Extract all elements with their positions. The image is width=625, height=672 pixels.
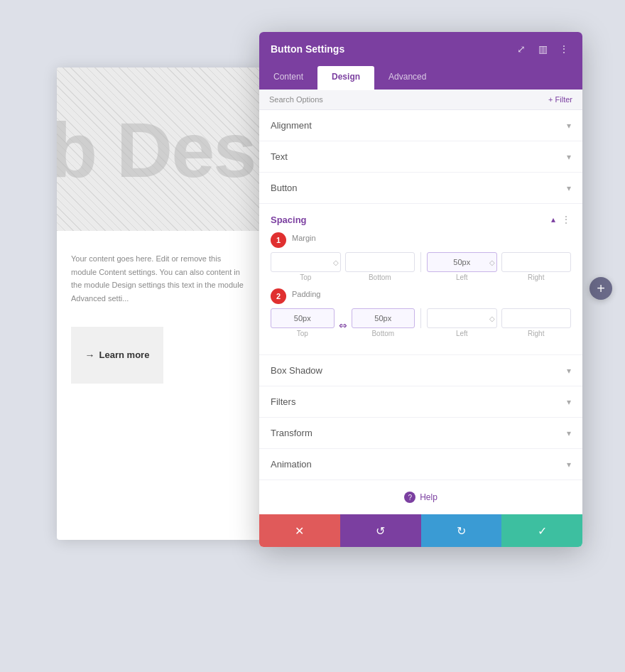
- padding-bottom-input[interactable]: [352, 308, 415, 328]
- margin-left-label: Left: [456, 273, 468, 281]
- spacing-chevron-up: ▴: [551, 215, 555, 224]
- margin-divider: [420, 252, 421, 272]
- button-label: Button: [271, 183, 298, 193]
- tab-content[interactable]: Content: [259, 66, 317, 90]
- content-area: Your content goes here. Edit or remove t…: [57, 231, 263, 398]
- section-animation[interactable]: Animation ▾: [259, 449, 582, 480]
- padding-top-col: Top: [271, 308, 335, 337]
- redo-button[interactable]: ↻: [421, 514, 502, 547]
- help-icon: ?: [404, 492, 415, 503]
- button-preview-box: → Learn more: [71, 327, 163, 384]
- header-icons: ⤢ ▥ ⋮: [514, 42, 571, 56]
- margin-label: Margin: [292, 234, 316, 242]
- spacing-label: Spacing: [271, 215, 307, 225]
- box-shadow-chevron: ▾: [567, 366, 571, 376]
- alignment-label: Alignment: [271, 120, 312, 131]
- padding-right-col: Right: [501, 308, 572, 337]
- alignment-chevron: ▾: [567, 121, 571, 131]
- section-alignment[interactable]: Alignment ▾: [259, 110, 582, 141]
- margin-right-label: Right: [528, 273, 544, 281]
- padding-right-label: Right: [528, 330, 544, 337]
- step-badge-1: 1: [271, 232, 286, 248]
- add-element-button[interactable]: +: [589, 277, 612, 300]
- animation-label: Animation: [271, 459, 312, 470]
- redo-icon: ↻: [457, 524, 466, 538]
- search-bar: Search Options + Filter: [259, 90, 582, 110]
- filters-chevron: ▾: [567, 397, 571, 407]
- button-label-text: Learn more: [99, 349, 150, 360]
- box-shadow-label: Box Shadow: [271, 365, 322, 376]
- padding-bottom-col: Bottom: [352, 308, 415, 337]
- margin-left-input[interactable]: [427, 252, 497, 272]
- padding-left-col: ◇ Left: [427, 308, 497, 337]
- tab-advanced[interactable]: Advanced: [374, 66, 440, 90]
- tab-design[interactable]: Design: [317, 66, 374, 90]
- padding-top-input[interactable]: [271, 308, 335, 328]
- padding-right-input[interactable]: [501, 308, 572, 328]
- padding-right-pair: ◇ Left Right: [427, 308, 571, 337]
- learn-more-button[interactable]: → Learn more: [85, 349, 150, 361]
- page-preview-card: b Des Your content goes here. Edit or re…: [57, 67, 263, 540]
- link-icon[interactable]: ⇔: [339, 308, 347, 337]
- more-options-icon[interactable]: ⋮: [557, 42, 571, 56]
- undo-button[interactable]: ↺: [340, 514, 421, 547]
- settings-panel: Button Settings ⤢ ▥ ⋮ Content Design Adv…: [259, 32, 582, 547]
- margin-left-col: ◇ Left: [427, 252, 497, 281]
- text-chevron: ▾: [567, 152, 571, 162]
- margin-right-pair: ◇ Left Right: [427, 252, 571, 281]
- help-row: ? Help: [259, 480, 582, 514]
- animation-chevron: ▾: [567, 460, 571, 470]
- section-text[interactable]: Text ▾: [259, 141, 582, 173]
- padding-bottom-label: Bottom: [371, 330, 394, 337]
- section-filters[interactable]: Filters ▾: [259, 386, 582, 418]
- spacing-header-left: Spacing: [271, 215, 307, 225]
- padding-left-pair: Top ⇔ Bottom: [271, 308, 415, 337]
- panel-title: Button Settings: [271, 43, 344, 55]
- responsive-icon-top: ◇: [333, 259, 339, 266]
- hero-area: b Des: [57, 67, 263, 231]
- panel-header: Button Settings ⤢ ▥ ⋮: [259, 32, 582, 66]
- spacing-header[interactable]: Spacing ▴ ⋮: [259, 204, 582, 232]
- padding-group: 2 Padding Top ⇔: [271, 288, 571, 337]
- fullscreen-icon[interactable]: ⤢: [514, 42, 528, 56]
- help-label[interactable]: Help: [420, 492, 438, 502]
- margin-left-pair: ◇ Top Bottom: [271, 252, 415, 281]
- content-paragraph: Your content goes here. Edit or remove t…: [71, 252, 249, 305]
- margin-bottom-col: Bottom: [345, 252, 415, 281]
- text-label: Text: [271, 151, 288, 162]
- spacing-section: Spacing ▴ ⋮ 1 Margin: [259, 204, 582, 355]
- columns-icon[interactable]: ▥: [536, 42, 550, 56]
- section-transform[interactable]: Transform ▾: [259, 418, 582, 449]
- section-box-shadow[interactable]: Box Shadow ▾: [259, 355, 582, 386]
- action-bar: ✕ ↺ ↻ ✓: [259, 514, 582, 547]
- margin-top-label: Top: [300, 273, 311, 281]
- margin-top-col: ◇ Top: [271, 252, 341, 281]
- transform-label: Transform: [271, 428, 312, 438]
- spacing-more-icon[interactable]: ⋮: [561, 214, 571, 225]
- filters-label: Filters: [271, 396, 295, 407]
- button-preview-wrap: → Learn more: [71, 327, 249, 384]
- spacing-controls: 1 Margin ◇ Top: [259, 232, 582, 354]
- cancel-icon: ✕: [295, 524, 304, 538]
- margin-fields: ◇ Top Bottom: [271, 252, 571, 281]
- padding-left-input[interactable]: [427, 308, 497, 328]
- search-options-label[interactable]: Search Options: [269, 95, 323, 104]
- margin-right-input[interactable]: [501, 252, 572, 272]
- filter-button[interactable]: + Filter: [548, 95, 572, 104]
- padding-fields: Top ⇔ Bottom: [271, 308, 571, 337]
- transform-chevron: ▾: [567, 428, 571, 438]
- save-icon: ✓: [538, 524, 547, 538]
- padding-divider: [420, 308, 421, 328]
- padding-left-label: Left: [456, 330, 468, 337]
- plus-icon: +: [597, 281, 605, 297]
- padding-top-label: Top: [297, 330, 308, 337]
- cancel-button[interactable]: ✕: [259, 514, 340, 547]
- margin-bottom-input[interactable]: [345, 252, 415, 272]
- arrow-icon: →: [85, 349, 95, 361]
- step-badge-2: 2: [271, 288, 286, 304]
- margin-top-input[interactable]: [271, 252, 341, 272]
- save-button[interactable]: ✓: [501, 514, 582, 547]
- tab-bar: Content Design Advanced: [259, 66, 582, 90]
- responsive-icon-left: ◇: [489, 259, 495, 266]
- section-button[interactable]: Button ▾: [259, 173, 582, 204]
